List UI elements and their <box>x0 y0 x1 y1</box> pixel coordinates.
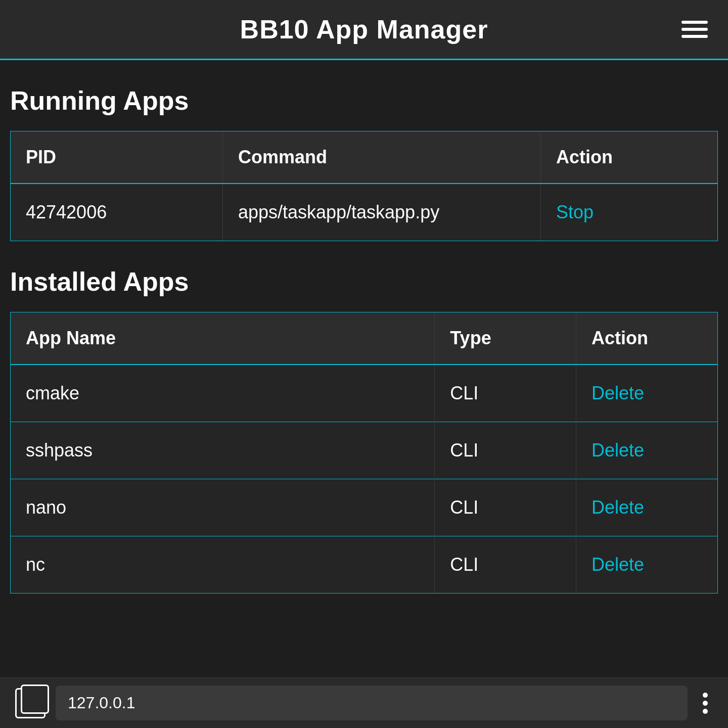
installed-app-action[interactable]: Delete <box>576 479 717 536</box>
running-col-pid: PID <box>11 131 222 184</box>
running-col-command: Command <box>222 131 540 184</box>
browser-footer: 127.0.0.1 <box>0 677 728 728</box>
installed-app-type: CLI <box>435 422 576 479</box>
installed-apps-table: App Name Type Action cmakeCLIDeletesshpa… <box>11 312 717 593</box>
menu-button[interactable] <box>681 21 708 38</box>
installed-app-action[interactable]: Delete <box>576 536 717 594</box>
stop-button[interactable]: Stop <box>556 202 594 222</box>
tab-icon[interactable] <box>15 688 46 718</box>
delete-button[interactable]: Delete <box>592 440 644 461</box>
delete-button[interactable]: Delete <box>592 497 644 518</box>
installed-col-action: Action <box>576 312 717 365</box>
address-bar[interactable]: 127.0.0.1 <box>56 686 688 720</box>
delete-button[interactable]: Delete <box>592 383 644 403</box>
installed-app-row: cmakeCLIDelete <box>11 365 717 422</box>
installed-app-name: sshpass <box>11 422 435 479</box>
running-apps-thead: PID Command Action <box>11 131 717 184</box>
running-app-pid: 42742006 <box>11 184 222 241</box>
installed-apps-thead: App Name Type Action <box>11 312 717 365</box>
running-apps-table: PID Command Action 42742006apps/taskapp/… <box>11 131 717 241</box>
running-app-row: 42742006apps/taskapp/taskapp.pyStop <box>11 184 717 241</box>
running-app-action[interactable]: Stop <box>540 184 717 241</box>
installed-col-type: Type <box>435 312 576 365</box>
running-apps-tbody: 42742006apps/taskapp/taskapp.pyStop <box>11 184 717 241</box>
running-apps-header-row: PID Command Action <box>11 131 717 184</box>
installed-app-row: nanoCLIDelete <box>11 479 717 536</box>
installed-apps-tbody: cmakeCLIDeletesshpassCLIDeletenanoCLIDel… <box>11 365 717 593</box>
installed-app-type: CLI <box>435 479 576 536</box>
installed-app-name: nano <box>11 479 435 536</box>
installed-app-row: sshpassCLIDelete <box>11 422 717 479</box>
installed-app-action[interactable]: Delete <box>576 365 717 422</box>
app-title: BB10 App Manager <box>240 14 488 44</box>
running-col-action: Action <box>540 131 717 184</box>
dot-2 <box>703 701 708 706</box>
running-apps-table-container: PID Command Action 42742006apps/taskapp/… <box>10 131 718 241</box>
running-app-command: apps/taskapp/taskapp.py <box>222 184 540 241</box>
app-header: BB10 App Manager <box>0 0 728 60</box>
installed-apps-table-container: App Name Type Action cmakeCLIDeletesshpa… <box>10 312 718 594</box>
installed-app-type: CLI <box>435 365 576 422</box>
hamburger-line-3 <box>681 35 708 38</box>
hamburger-line-2 <box>681 28 708 31</box>
installed-apps-header-row: App Name Type Action <box>11 312 717 365</box>
installed-col-app-name: App Name <box>11 312 435 365</box>
installed-app-action[interactable]: Delete <box>576 422 717 479</box>
installed-app-type: CLI <box>435 536 576 594</box>
installed-app-name: cmake <box>11 365 435 422</box>
main-content: Running Apps PID Command Action 42742006… <box>0 60 728 669</box>
installed-app-row: ncCLIDelete <box>11 536 717 594</box>
footer-more-button[interactable] <box>698 688 713 719</box>
running-apps-section: Running Apps PID Command Action 42742006… <box>10 85 718 241</box>
installed-apps-title: Installed Apps <box>10 266 718 297</box>
delete-button[interactable]: Delete <box>592 554 644 575</box>
hamburger-line-1 <box>681 21 708 24</box>
installed-apps-section: Installed Apps App Name Type Action cmak… <box>10 266 718 594</box>
dot-3 <box>703 709 708 714</box>
dot-1 <box>703 693 708 698</box>
running-apps-title: Running Apps <box>10 85 718 116</box>
installed-app-name: nc <box>11 536 435 594</box>
